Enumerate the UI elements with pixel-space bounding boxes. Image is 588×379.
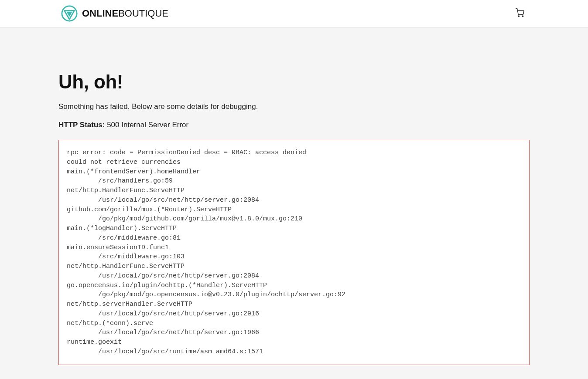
brand-logo-icon <box>61 5 78 22</box>
http-status-value: 500 Internal Server Error <box>107 121 188 129</box>
error-container: Uh, oh! Something has failed. Below are … <box>58 27 530 379</box>
cart-button[interactable] <box>513 7 527 20</box>
brand-text: ONLINEBOUTIQUE <box>82 8 168 19</box>
http-status-line: HTTP Status: 500 Internal Server Error <box>58 121 530 129</box>
svg-point-4 <box>522 16 523 17</box>
stack-trace: rpc error: code = PermissionDenied desc … <box>58 140 530 365</box>
error-subtitle: Something has failed. Below are some det… <box>58 102 530 111</box>
brand-text-bold: ONLINE <box>82 8 118 19</box>
brand-link[interactable]: ONLINEBOUTIQUE <box>61 5 168 22</box>
http-status-label: HTTP Status: <box>58 121 105 129</box>
cart-icon <box>515 8 525 19</box>
error-title: Uh, oh! <box>58 71 530 93</box>
svg-point-3 <box>518 16 519 17</box>
main-content: Uh, oh! Something has failed. Below are … <box>0 27 588 379</box>
brand-text-light: BOUTIQUE <box>118 8 168 19</box>
header: ONLINEBOUTIQUE <box>0 0 588 27</box>
